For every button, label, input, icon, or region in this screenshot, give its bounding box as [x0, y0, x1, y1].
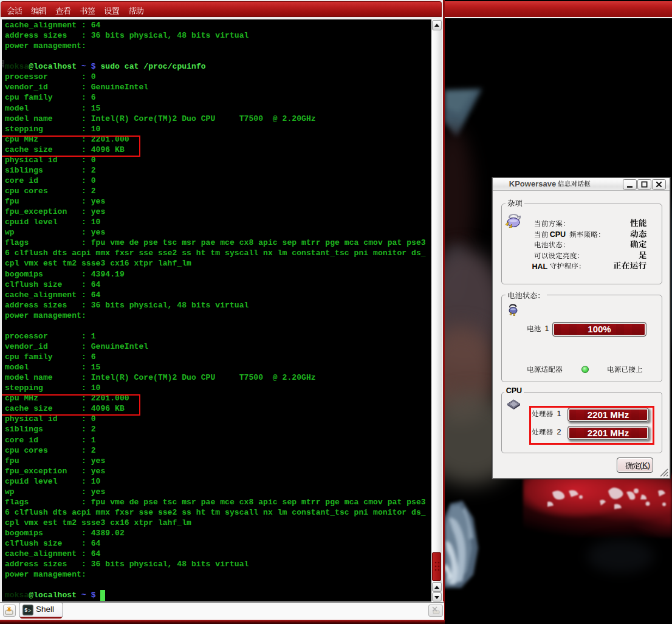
- svg-text:>: >: [28, 608, 31, 614]
